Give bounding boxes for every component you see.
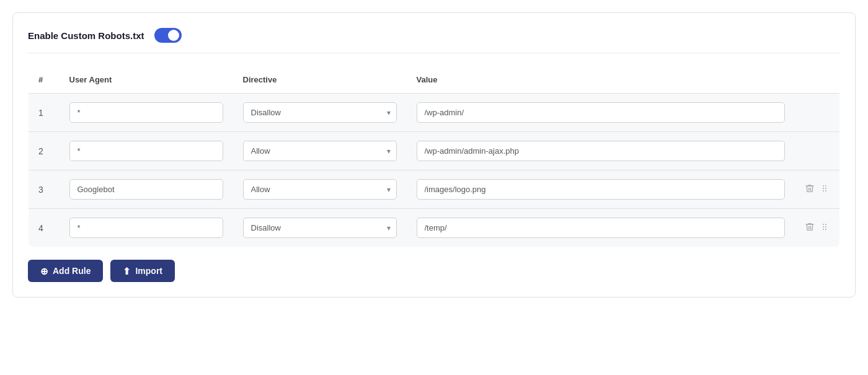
svg-point-4 xyxy=(823,190,824,192)
table-row: 3AllowDisallow▾ xyxy=(29,170,840,209)
useragent-input[interactable] xyxy=(69,179,223,200)
drag-handle-icon[interactable] xyxy=(820,183,830,195)
custom-robots-label: Enable Custom Robots.txt xyxy=(28,30,144,41)
row-useragent-cell xyxy=(60,132,233,170)
svg-point-7 xyxy=(825,224,826,225)
value-input[interactable] xyxy=(417,102,786,123)
svg-point-6 xyxy=(823,224,824,225)
row-actions-cell xyxy=(795,94,840,132)
svg-point-11 xyxy=(825,229,826,230)
useragent-input[interactable] xyxy=(69,218,223,238)
buttons-row: ⊕ Add Rule ⬆ Import xyxy=(28,260,840,282)
add-rule-label: Add Rule xyxy=(53,266,91,276)
row-num: 1 xyxy=(29,94,60,132)
row-actions-cell xyxy=(795,132,840,170)
svg-point-10 xyxy=(823,229,824,230)
drag-handle-icon[interactable] xyxy=(820,222,830,234)
col-header-num: # xyxy=(29,66,60,94)
col-header-actions xyxy=(795,66,840,94)
directive-select[interactable]: AllowDisallow xyxy=(243,179,397,200)
row-actions-cell xyxy=(795,170,840,209)
col-header-directive: Directive xyxy=(233,66,407,94)
row-directive-cell: AllowDisallow▾ xyxy=(233,209,407,247)
row-num: 2 xyxy=(29,132,60,170)
directive-select[interactable]: AllowDisallow xyxy=(243,141,397,161)
action-icons xyxy=(805,222,830,234)
add-rule-button[interactable]: ⊕ Add Rule xyxy=(28,260,103,282)
row-num: 3 xyxy=(29,170,60,209)
table-row: 2AllowDisallow▾ xyxy=(29,132,840,170)
useragent-input[interactable] xyxy=(69,141,223,161)
import-label: Import xyxy=(135,266,162,276)
top-bar: Enable Custom Robots.txt xyxy=(28,28,840,53)
row-directive-cell: AllowDisallow▾ xyxy=(233,94,407,132)
enable-toggle[interactable] xyxy=(154,28,182,43)
row-useragent-cell xyxy=(60,94,233,132)
row-useragent-cell xyxy=(60,209,233,247)
svg-point-0 xyxy=(823,185,824,187)
svg-point-3 xyxy=(825,188,826,189)
delete-icon[interactable] xyxy=(805,183,815,195)
delete-icon[interactable] xyxy=(805,222,815,234)
svg-point-8 xyxy=(823,226,824,227)
value-input[interactable] xyxy=(417,218,786,238)
rules-table: # User Agent Directive Value 1AllowDisal… xyxy=(28,66,840,247)
useragent-input[interactable] xyxy=(69,102,223,123)
value-input[interactable] xyxy=(417,141,786,161)
value-input[interactable] xyxy=(417,179,786,200)
row-value-cell xyxy=(407,94,795,132)
toggle-thumb xyxy=(168,30,179,41)
page-container: Enable Custom Robots.txt # User Agent Di… xyxy=(12,12,856,298)
import-button[interactable]: ⬆ Import xyxy=(110,260,175,282)
row-useragent-cell xyxy=(60,170,233,209)
row-value-cell xyxy=(407,132,795,170)
rules-body: 1AllowDisallow▾2AllowDisallow▾3AllowDisa… xyxy=(29,94,840,247)
row-actions-cell xyxy=(795,209,840,247)
table-row: 1AllowDisallow▾ xyxy=(29,94,840,132)
row-directive-cell: AllowDisallow▾ xyxy=(233,132,407,170)
directive-select[interactable]: AllowDisallow xyxy=(243,218,397,238)
col-header-value: Value xyxy=(407,66,795,94)
row-num: 4 xyxy=(29,209,60,247)
import-icon: ⬆ xyxy=(123,267,131,276)
table-row: 4AllowDisallow▾ xyxy=(29,209,840,247)
svg-point-2 xyxy=(823,188,824,189)
directive-select[interactable]: AllowDisallow xyxy=(243,102,397,123)
row-value-cell xyxy=(407,209,795,247)
svg-point-5 xyxy=(825,190,826,192)
svg-point-1 xyxy=(825,185,826,187)
svg-point-9 xyxy=(825,226,826,227)
add-icon: ⊕ xyxy=(40,267,48,276)
action-icons xyxy=(805,183,830,195)
row-value-cell xyxy=(407,170,795,209)
row-directive-cell: AllowDisallow▾ xyxy=(233,170,407,209)
table-header-row: # User Agent Directive Value xyxy=(29,66,840,94)
col-header-useragent: User Agent xyxy=(60,66,233,94)
